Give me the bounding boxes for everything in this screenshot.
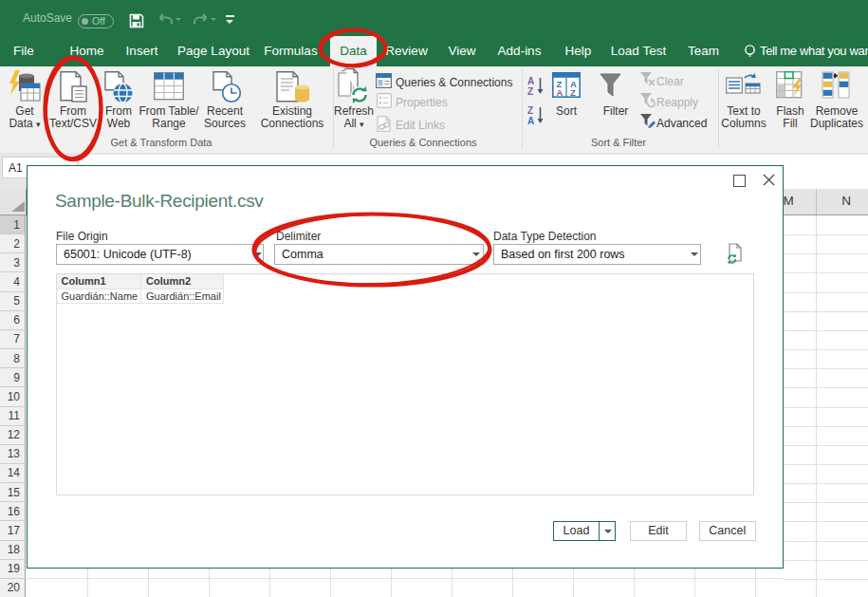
svg-text:Z: Z bbox=[570, 87, 576, 98]
svg-text:Z: Z bbox=[527, 86, 533, 97]
svg-text:A: A bbox=[527, 116, 534, 126]
svg-text:Z: Z bbox=[527, 105, 533, 116]
svg-text:A: A bbox=[527, 76, 534, 86]
svg-text:A: A bbox=[557, 87, 563, 98]
